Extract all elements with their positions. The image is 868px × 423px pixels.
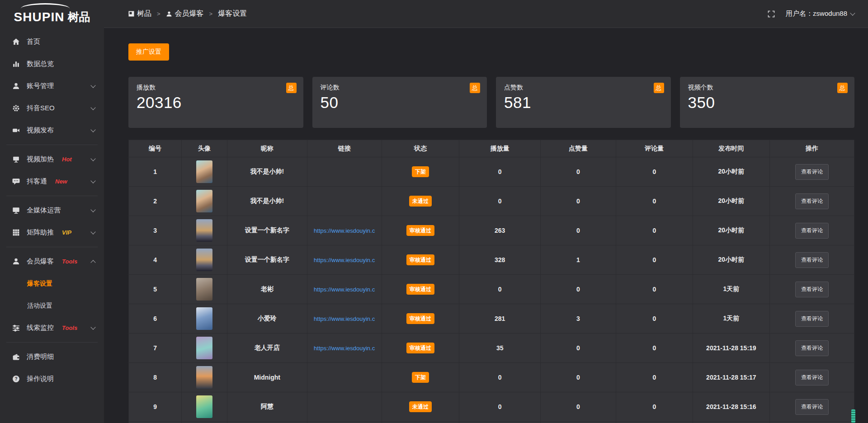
svg-text:?: ? [14,376,17,381]
sidebar-item-video-publish[interactable]: 视频发布 [0,119,104,141]
publish-time: 1天前 [723,285,739,293]
heat-monitor-icon [12,155,20,164]
total-badge: 总 [286,83,297,93]
avatar [196,160,212,183]
sidebar-item-matrix-boost[interactable]: 矩阵助推 VIP [0,221,104,244]
view-comments-button[interactable]: 查看评论 [795,193,829,209]
view-comments-button[interactable]: 查看评论 [795,399,829,415]
sidebar-item-label: 数据总览 [27,60,54,68]
comments-count: 0 [652,168,656,175]
status-badge[interactable]: 未通过 [409,401,432,412]
status-badge[interactable]: 审核通过 [406,254,434,265]
sidebar-item-label: 会员爆客 [27,257,54,266]
sidebar-item-label: 操作说明 [27,375,54,383]
view-comments-button[interactable]: 查看评论 [795,252,829,268]
video-link[interactable]: https://www.iesdouyin.c [314,286,375,293]
hot-badge: Hot [62,156,72,163]
app-icon [128,11,134,17]
comments-count: 0 [652,315,656,322]
total-badge: 总 [470,83,480,93]
sidebar-item-account-management[interactable]: 账号管理 [0,75,104,97]
sidebar-item-label: 全媒体运营 [27,206,61,215]
plays-count: 0 [498,403,502,410]
sidebar: SHUPIN 树品 首页 数据总览 账号管理 [0,0,104,423]
user-menu[interactable]: 用户名：zswodun88 [786,9,854,18]
view-comments-button[interactable]: 查看评论 [795,223,829,239]
sidebar-item-member-baoke[interactable]: 会员爆客 Tools [0,250,104,273]
view-comments-button[interactable]: 查看评论 [795,164,829,180]
row-id: 1 [153,168,157,175]
comments-count: 0 [652,197,656,205]
video-link[interactable]: https://www.iesdouyin.c [314,345,375,352]
breadcrumb-item-member-baoke[interactable]: 会员爆客 [166,9,204,19]
view-comments-button[interactable]: 查看评论 [795,370,829,385]
plays-count: 0 [498,286,502,293]
status-badge[interactable]: 未通过 [409,196,432,207]
comments-count: 0 [652,256,656,263]
sidebar-item-label: 视频发布 [27,126,54,135]
publish-time: 20小时前 [718,168,745,176]
sidebar-item-video-heat[interactable]: 视频加热 Hot [0,148,104,170]
logo-text-zh: 树品 [67,9,90,24]
sidebar-subitem-activity-settings[interactable]: 活动设置 [0,295,104,317]
user-icon [166,11,172,17]
view-comments-button[interactable]: 查看评论 [795,340,829,356]
fullscreen-icon[interactable] [768,10,775,18]
video-link[interactable]: https://www.iesdouyin.c [314,257,375,263]
chevron-down-icon [90,324,95,329]
stat-label: 播放数 [137,84,295,92]
stat-cards: 播放数 20316 总 评论数 50 总 点赞数 581 总 视频个数 350 [128,77,854,128]
publish-time: 20小时前 [718,226,745,235]
stat-card-comments: 评论数 50 总 [312,77,487,128]
desktop-icon [12,206,20,215]
sidebar-item-douyin-seo[interactable]: 抖音SEO [0,97,104,119]
publish-time: 20小时前 [718,256,745,264]
avatar [196,395,212,418]
avatar [196,337,212,359]
status-badge[interactable]: 审核通过 [406,313,434,324]
chevron-down-icon [90,178,95,183]
sidebar-item-label: 抖客通 [27,177,47,186]
promotion-settings-button[interactable]: 推广设置 [128,43,169,61]
sidebar-item-spending-details[interactable]: 消费明细 [0,346,104,368]
sidebar-subitem-baoke-settings[interactable]: 爆客设置 [0,273,104,295]
logo-text-en: SHUPIN [14,10,65,24]
sidebar-item-data-overview[interactable]: 数据总览 [0,53,104,75]
publish-time: 2021-11-28 15:19 [706,344,756,352]
status-badge[interactable]: 审核通过 [406,284,434,295]
sidebar-item-home[interactable]: 首页 [0,31,104,53]
status-badge[interactable]: 下架 [412,372,429,383]
stat-value: 20316 [137,94,295,112]
sidebar-item-label: 矩阵助推 [27,228,54,237]
likes-count: 0 [576,227,580,234]
help-icon: ? [12,375,20,383]
sidebar-item-clue-monitor[interactable]: 线索监控 Tools [0,317,104,339]
view-comments-button[interactable]: 查看评论 [795,282,829,297]
row-id: 4 [153,256,157,263]
plays-count: 263 [495,227,505,234]
sidebar-item-label: 视频加热 [27,155,54,164]
sidebar-divider [6,342,98,343]
table-row: 8 Midnight 下架 0 0 0 2021-11-28 15:17 查看评… [129,363,854,392]
sidebar-item-omnimedia[interactable]: 全媒体运营 [0,199,104,221]
table-row: 6 小爱玲 https://www.iesdouyin.c 审核通过 281 3… [129,304,854,334]
video-link[interactable]: https://www.iesdouyin.c [314,227,375,234]
chevron-down-icon [90,83,95,88]
nickname: 设置一个新名字 [245,256,289,264]
floating-widget[interactable] [851,409,855,423]
sidebar-divider [6,247,98,247]
stat-label: 评论数 [321,84,479,92]
sidebar-item-instructions[interactable]: ? 操作说明 [0,368,104,390]
sidebar-item-douketong[interactable]: 抖客通 New [0,170,104,193]
view-comments-button[interactable]: 查看评论 [795,311,829,327]
chevron-down-icon [850,10,855,15]
status-badge[interactable]: 审核通过 [406,343,434,353]
breadcrumb-item-home[interactable]: 树品 [128,9,151,19]
grid-icon [12,228,20,237]
status-badge[interactable]: 审核通过 [406,225,434,236]
avatar [196,249,212,271]
topbar-right: 用户名：zswodun88 [768,9,854,18]
status-badge[interactable]: 下架 [412,166,429,177]
video-link[interactable]: https://www.iesdouyin.c [314,315,375,322]
sidebar-menu: 首页 数据总览 账号管理 抖音SEO [0,29,104,390]
